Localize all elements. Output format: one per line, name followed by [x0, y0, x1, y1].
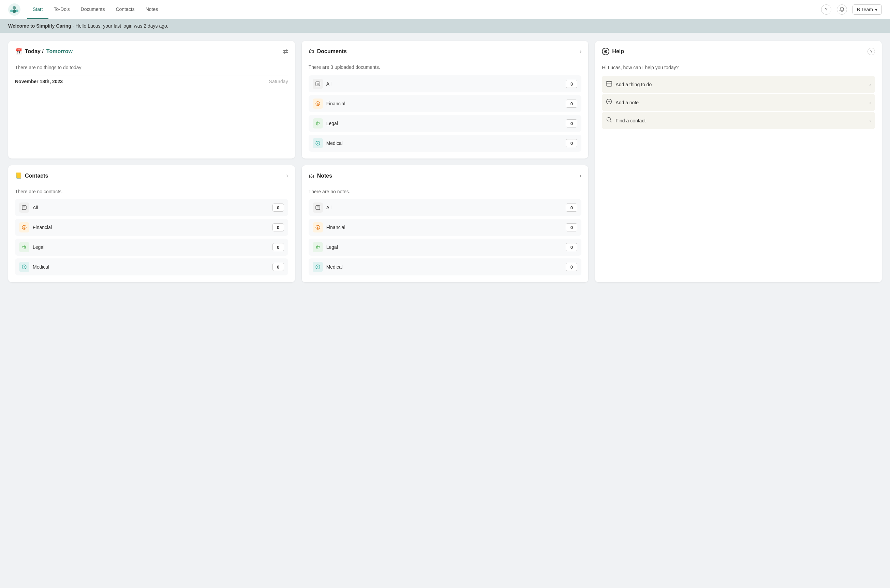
help-icon-button[interactable]: ?: [821, 4, 831, 15]
documents-chevron-icon[interactable]: ›: [579, 48, 581, 55]
notifications-icon-button[interactable]: [837, 4, 847, 15]
switch-icon[interactable]: ⇄: [283, 48, 288, 55]
count-badge: 0: [272, 263, 284, 271]
count-badge: 0: [566, 99, 577, 108]
list-item[interactable]: $ Financial 0: [15, 219, 288, 236]
list-item[interactable]: Legal 0: [309, 115, 582, 132]
today-title: Today /: [25, 48, 44, 54]
medical-icon: [313, 138, 323, 148]
team-label: B Team: [857, 7, 873, 12]
svg-rect-13: [606, 81, 612, 86]
nav-link-start[interactable]: Start: [27, 0, 48, 19]
doc-item-left: Medical: [313, 262, 343, 272]
today-tomorrow-card: 📅 Today / Tomorrow ⇄ There are no things…: [8, 41, 295, 159]
nav-link-documents[interactable]: Documents: [75, 0, 111, 19]
help-title-group: ⚙ Help: [602, 48, 624, 55]
date-day: Saturday: [269, 79, 288, 84]
doc-item-left: All: [313, 79, 332, 89]
help-action-left: Find a contact: [606, 117, 645, 124]
list-item[interactable]: $ Financial 0: [309, 95, 582, 112]
documents-title-group: 🗂 Documents: [309, 48, 347, 55]
doc-item-left: Medical: [313, 138, 343, 148]
help-action-label: Add a thing to do: [615, 82, 651, 87]
medical-icon: [19, 262, 29, 272]
list-item[interactable]: Medical 0: [309, 258, 582, 275]
notes-list: All 0 $ Financial 0 Legal 0: [309, 199, 582, 275]
svg-rect-5: [316, 82, 320, 86]
no-todos-text: There are no things to do today: [15, 65, 288, 70]
svg-rect-22: [22, 206, 26, 210]
uploaded-text: There are 3 uploaded documents.: [309, 64, 582, 70]
list-item[interactable]: Medical 0: [15, 258, 288, 275]
doc-label: All: [326, 205, 332, 210]
list-item[interactable]: Legal 0: [309, 238, 582, 256]
legal-icon: [313, 118, 323, 129]
svg-text:$: $: [23, 226, 25, 230]
nav-links: StartTo-Do'sDocumentsContactsNotes: [27, 0, 821, 19]
today-card-header: 📅 Today / Tomorrow ⇄: [15, 48, 288, 59]
svg-rect-30: [316, 206, 320, 210]
svg-point-2: [10, 9, 13, 12]
doc-label: Legal: [326, 244, 338, 250]
documents-card-header: 🗂 Documents ›: [309, 48, 582, 59]
help-action-item[interactable]: Add a thing to do ›: [602, 76, 875, 93]
all-icon: [19, 202, 29, 213]
help-circle-icon: ⚙: [602, 48, 609, 55]
date-row: November 18th, 2023 Saturday: [15, 75, 288, 84]
date-label: November 18th, 2023: [15, 79, 63, 84]
all-icon: [313, 79, 323, 89]
doc-item-left: $ Financial: [313, 99, 345, 109]
notes-chevron-icon[interactable]: ›: [579, 172, 581, 179]
svg-line-21: [610, 121, 611, 122]
help-action-chevron-icon: ›: [869, 100, 871, 105]
help-action-left: Add a note: [606, 99, 639, 106]
doc-item-left: Medical: [19, 262, 49, 272]
financial-icon: $: [19, 222, 29, 232]
help-card: ⚙ Help ? Hi Lucas, how can I help you to…: [595, 41, 882, 282]
main-content: 📅 Today / Tomorrow ⇄ There are no things…: [0, 33, 890, 290]
help-action-item[interactable]: Find a contact ›: [602, 112, 875, 129]
contacts-list: All 0 $ Financial 0 Legal 0: [15, 199, 288, 275]
doc-label: Financial: [326, 101, 345, 106]
count-badge: 0: [272, 243, 284, 251]
nav-link-contacts[interactable]: Contacts: [110, 0, 140, 19]
notes-card-header: 🗂 Notes ›: [309, 172, 582, 183]
list-item[interactable]: All 3: [309, 75, 582, 92]
doc-label: Legal: [33, 244, 44, 250]
doc-item-left: Legal: [313, 118, 338, 129]
count-badge: 3: [566, 80, 577, 88]
help-action-icon: [606, 81, 612, 88]
help-actions: Add a thing to do › Add a note › Find a …: [602, 76, 875, 129]
doc-item-left: $ Financial: [313, 222, 345, 232]
no-notes-text: There are no notes.: [309, 189, 582, 194]
count-badge: 0: [566, 119, 577, 128]
count-badge: 0: [566, 204, 577, 212]
navbar: StartTo-Do'sDocumentsContactsNotes ? B T…: [0, 0, 890, 19]
notes-title: Notes: [317, 173, 332, 179]
list-item[interactable]: Legal 0: [15, 238, 288, 256]
count-badge: 0: [566, 243, 577, 251]
financial-icon: $: [313, 99, 323, 109]
welcome-text: - Hello Lucas, your last login was 2 day…: [71, 23, 168, 28]
calendar-icon: 📅: [15, 48, 22, 55]
count-badge: 0: [272, 223, 284, 231]
notes-card: 🗂 Notes › There are no notes. All 0 $: [302, 165, 588, 282]
list-item[interactable]: Medical 0: [309, 135, 582, 152]
team-selector[interactable]: B Team ▾: [852, 4, 882, 15]
list-item[interactable]: All 0: [15, 199, 288, 216]
medical-icon: [313, 262, 323, 272]
doc-item-left: All: [313, 202, 332, 213]
nav-link-notes[interactable]: Notes: [140, 0, 164, 19]
list-item[interactable]: $ Financial 0: [309, 219, 582, 236]
app-logo[interactable]: [8, 3, 21, 16]
list-item[interactable]: All 0: [309, 199, 582, 216]
nav-link-todos[interactable]: To-Do's: [48, 0, 75, 19]
svg-point-4: [13, 9, 16, 13]
help-action-item[interactable]: Add a note ›: [602, 94, 875, 111]
nav-right: ? B Team ▾: [821, 4, 882, 15]
legal-icon: [19, 242, 29, 252]
contacts-chevron-icon[interactable]: ›: [286, 172, 288, 179]
contacts-title-group: 📒 Contacts: [15, 172, 48, 179]
chevron-down-icon: ▾: [875, 7, 877, 12]
documents-card: 🗂 Documents › There are 3 uploaded docum…: [302, 41, 588, 159]
